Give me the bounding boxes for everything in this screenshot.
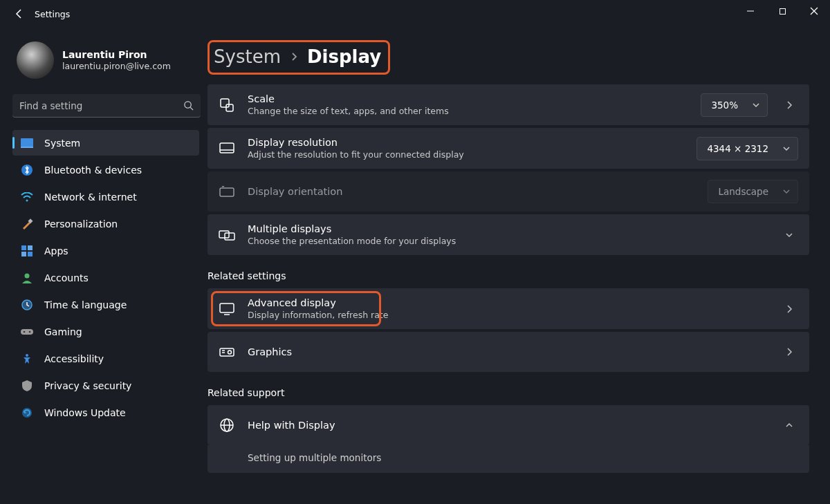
setting-resolution[interactable]: Display resolution Adjust the resolution… [208,128,809,169]
chevron-down-icon[interactable] [780,230,798,240]
svg-rect-27 [220,188,234,196]
setting-subtitle: Change the size of text, apps, and other… [248,106,688,117]
chevron-down-icon [782,144,791,153]
minimize-button[interactable] [735,0,766,22]
maximize-icon [779,8,786,15]
svg-rect-24 [226,104,233,111]
svg-point-20 [29,330,31,333]
search-box[interactable] [12,94,201,118]
profile-email: laurentiu.piron@live.com [62,61,171,72]
maximize-button[interactable] [766,0,798,22]
nav-apps[interactable]: Apps [12,238,199,263]
chevron-right-icon[interactable] [780,100,798,110]
svg-rect-7 [21,147,33,148]
gamepad-icon [21,326,33,338]
minimize-icon [746,7,755,15]
resolution-dropdown[interactable]: 4344 × 2312 [697,137,798,160]
nav-label: Network & internet [44,192,137,203]
paintbrush-icon [21,218,33,230]
svg-point-4 [185,102,191,108]
svg-rect-6 [21,138,33,147]
monitor-icon [219,303,235,315]
svg-point-33 [228,351,232,354]
setting-title: Advanced display [248,297,768,310]
back-arrow-icon [14,8,25,19]
setting-subtitle: Display information, refresh rate [248,310,768,321]
nav-windows-update[interactable]: Windows Update [12,400,199,425]
sidebar: Laurentiu Piron laurentiu.piron@live.com… [0,28,208,504]
orientation-icon [219,186,235,197]
support-help-display[interactable]: Help with Display [208,405,809,445]
back-button[interactable] [12,7,26,21]
svg-rect-11 [21,245,26,250]
nav-label: Time & language [44,299,127,310]
svg-rect-25 [220,143,234,153]
setting-orientation: Display orientation Landscape [208,171,809,212]
setting-title: Help with Display [248,419,768,432]
nav-gaming[interactable]: Gaming [12,319,199,344]
close-icon [810,7,818,15]
breadcrumb-parent[interactable]: System [210,46,281,67]
svg-rect-13 [21,252,26,256]
nav-time-language[interactable]: Time & language [12,292,199,317]
nav-label: Accessibility [44,353,104,364]
nav-label: Personalization [44,218,118,230]
breadcrumb: System Display [208,40,390,75]
nav-label: Bluetooth & devices [44,165,142,176]
app-title: Settings [35,9,70,19]
multiple-displays-icon [219,229,235,241]
nav-accounts[interactable]: Accounts [12,265,199,290]
search-input[interactable] [19,100,183,111]
setting-scale[interactable]: Scale Change the size of text, apps, and… [208,84,809,125]
close-button[interactable] [798,0,830,22]
nav-bluetooth[interactable]: Bluetooth & devices [12,157,199,183]
chevron-right-icon[interactable] [780,304,798,314]
main-content: System Display Scale Change the size of … [208,28,830,504]
svg-rect-23 [221,99,229,107]
scale-dropdown[interactable]: 350% [701,93,768,117]
setting-graphics[interactable]: Graphics [208,332,809,372]
section-related-settings: Related settings [208,270,809,281]
resolution-icon [219,142,235,155]
nav-label: Apps [44,245,68,256]
accessibility-icon [21,353,33,365]
support-multi-monitors[interactable]: Setting up multiple monitors [208,445,809,473]
nav-system[interactable]: System [12,130,199,156]
svg-point-15 [25,273,30,278]
nav-privacy[interactable]: Privacy & security [12,373,199,398]
chevron-up-icon[interactable] [780,420,798,430]
nav-accessibility[interactable]: Accessibility [12,346,199,371]
setting-multiple-displays[interactable]: Multiple displays Choose the presentatio… [208,214,809,255]
dropdown-value: 4344 × 2312 [707,143,768,154]
search-icon [183,100,194,111]
nav-label: System [44,138,80,149]
chevron-right-icon [289,52,299,62]
avatar [17,41,54,79]
support-subitem: Setting up multiple monitors [248,452,798,465]
nav-network[interactable]: Network & internet [12,184,199,209]
svg-point-9 [26,199,28,201]
setting-title: Display orientation [248,185,695,198]
svg-rect-29 [225,233,234,240]
setting-title: Graphics [248,346,768,359]
setting-subtitle: Adjust the resolution to fit your connec… [248,149,684,160]
svg-point-21 [26,354,28,357]
breadcrumb-current: Display [307,46,381,67]
chevron-down-icon [782,187,791,196]
dropdown-value: Landscape [718,186,768,197]
svg-rect-28 [219,231,229,238]
chevron-right-icon[interactable] [780,347,798,357]
svg-rect-30 [220,304,234,312]
dropdown-value: 350% [711,100,738,111]
profile-block[interactable]: Laurentiu Piron laurentiu.piron@live.com [12,40,199,88]
setting-subtitle: Choose the presentation mode for your di… [248,236,768,247]
setting-title: Scale [248,93,688,106]
chevron-down-icon [752,101,760,109]
profile-name: Laurentiu Piron [62,48,171,61]
nav-personalization[interactable]: Personalization [12,211,199,236]
setting-advanced-display[interactable]: Advanced display Display information, re… [208,288,809,329]
scale-icon [219,97,235,113]
title-bar: Settings [0,0,830,28]
globe-help-icon [219,418,235,433]
update-icon [21,407,33,419]
